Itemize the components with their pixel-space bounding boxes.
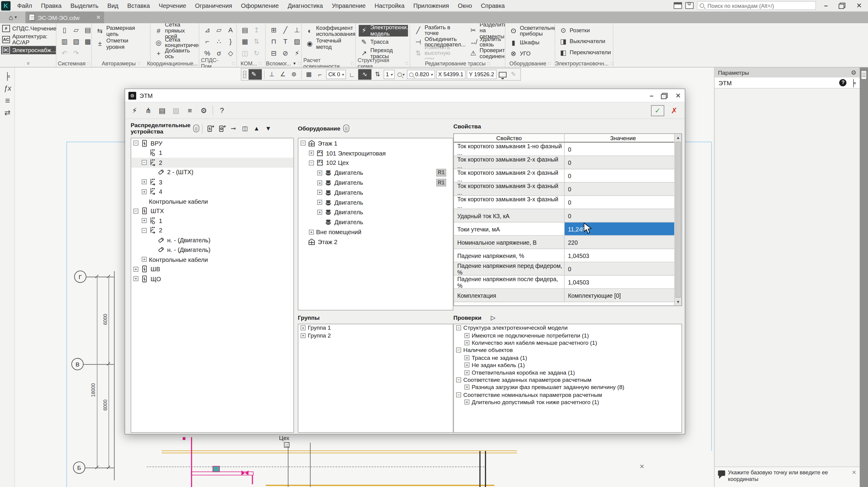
scrollbar-thumb[interactable] [675, 142, 681, 298]
add-cabinet-icon[interactable] [205, 124, 215, 132]
expand-icon[interactable]: + [317, 170, 322, 175]
scroll-down-icon[interactable]: ▼ [675, 298, 681, 306]
move-down-icon[interactable]: ▼ [264, 124, 273, 132]
expand-icon[interactable]: + [133, 267, 138, 272]
ribbon-button[interactable]: ⚡Электротехни... модель [359, 25, 408, 37]
home-tab-button[interactable]: ⌂ ▾ [0, 12, 25, 24]
tree-item[interactable]: +Контрольные кабели [131, 255, 293, 264]
tree-view-icon[interactable]: ╞ [851, 79, 856, 87]
ribbon-button[interactable]: #Сетка прямых осей [153, 25, 197, 37]
tree-item[interactable]: −2 [131, 158, 293, 167]
sort-filter-icon[interactable] [343, 124, 349, 132]
ribbon-button[interactable]: +Добавить ось [153, 48, 197, 59]
menu-item[interactable]: Черчение [154, 0, 190, 11]
collapse-icon[interactable]: − [309, 161, 314, 166]
menu-item[interactable]: Правка [36, 0, 66, 11]
tree-item[interactable]: Этаж 2 [299, 237, 453, 247]
ribbon-button[interactable]: ▮Шкафы [508, 37, 553, 48]
menu-item[interactable]: Настройка [370, 0, 409, 11]
draw-mode-button[interactable]: ✎▾ [249, 69, 262, 80]
ribbon-button[interactable]: ⇆Размерная цепь [95, 25, 148, 38]
gear-icon[interactable]: ⚙ [198, 105, 209, 115]
collapse-icon[interactable]: − [142, 160, 147, 165]
snap-point-icon[interactable]: ⊚ [289, 69, 299, 80]
menu-item[interactable]: Ограничения [190, 0, 237, 11]
expand-icon[interactable]: + [309, 229, 314, 235]
ribbon-button[interactable]: ⚠Проверить соединения [468, 48, 505, 59]
tree-item[interactable]: н. - (Двигатель) [131, 235, 293, 245]
table-icon[interactable]: ▦ [240, 36, 250, 47]
ribbon-button[interactable]: ╱Разбить в точке [413, 25, 467, 36]
command-search[interactable] [697, 1, 816, 10]
tree-item[interactable]: +ЩО [131, 274, 293, 283]
value-cell[interactable]: 11,249 [564, 222, 681, 235]
parameters-item[interactable]: ЭТМ ? ╞ [715, 78, 860, 89]
dialog-minimize-button[interactable] [645, 90, 658, 100]
menu-item[interactable]: Вид [103, 0, 123, 11]
ribbon-button[interactable]: ◧Переключатели [558, 47, 611, 58]
ok-button[interactable]: ✓ [651, 105, 664, 116]
tree-item[interactable]: +101 Электрощитовая [299, 148, 453, 158]
menu-item[interactable]: Файл [13, 0, 36, 11]
table-row[interactable]: Падение напряжения перед фидером, %0 [454, 262, 681, 275]
ortho-icon[interactable]: ∟ [347, 69, 357, 80]
expand-icon[interactable]: + [142, 218, 147, 223]
tree-item[interactable]: +Трасса не задана (1) [454, 354, 681, 361]
calculator-panel-icon[interactable] [861, 70, 867, 80]
expand-icon[interactable]: + [317, 200, 322, 205]
value-cell[interactable]: Комплектующие [0] [564, 289, 681, 302]
structure-tree-icon[interactable]: ╞ [0, 70, 15, 82]
value-cell[interactable]: 220 [564, 236, 681, 248]
axis-bubble[interactable]: В [71, 358, 84, 370]
help-icon[interactable]: ? [839, 79, 846, 87]
tree-item[interactable]: −Соответствие заданных параметров расчет… [454, 376, 681, 384]
snap-perpendicular-icon[interactable]: ⊥ [267, 69, 277, 80]
preview-icon[interactable]: ▧ [71, 36, 82, 47]
functions-icon[interactable]: ƒx [0, 83, 15, 95]
marker-icon[interactable]: ⊿ [202, 25, 213, 35]
menu-item[interactable]: Выделить [66, 0, 103, 11]
print-icon[interactable]: ▥ [59, 36, 70, 47]
expand-icon[interactable]: + [464, 400, 470, 405]
menu-item[interactable]: Справка [476, 0, 509, 11]
tree-item[interactable]: −ШТХ [131, 206, 293, 216]
layers-icon[interactable]: ≡ [0, 95, 15, 107]
tree-item[interactable]: +Длительно допустимый ток ниже расчетног… [454, 398, 681, 406]
hatch-icon[interactable]: ▨ [292, 36, 301, 47]
ribbon-button[interactable]: ◨Выключатели [558, 36, 611, 47]
collapse-icon[interactable]: − [133, 141, 138, 146]
menu-item[interactable]: Управление [327, 0, 370, 11]
coordinate-system-select[interactable]: СК 0▾ [326, 70, 346, 79]
monitor-icon[interactable] [497, 69, 507, 80]
tree-item[interactable]: −Структура электротехнической модели [454, 324, 681, 332]
collapse-icon[interactable]: − [456, 377, 461, 383]
expand-icon[interactable]: + [142, 257, 147, 262]
collapse-icon[interactable]: − [133, 209, 138, 214]
expand-icon[interactable]: + [142, 179, 147, 184]
help-button[interactable]: ? [217, 105, 227, 115]
tree-item[interactable]: +1 [131, 216, 293, 225]
tree-item[interactable]: +Имеются не подключенные потребители (1) [454, 332, 681, 339]
tree-item[interactable]: −ВРУ [131, 138, 293, 148]
structure-icon[interactable]: ⊟ [269, 48, 279, 58]
copy-device-icon[interactable]: ◫ [240, 124, 250, 132]
expand-icon[interactable]: + [317, 190, 322, 195]
tree-item[interactable]: +4 [131, 187, 293, 196]
brace-icon[interactable]: } [225, 36, 236, 47]
report-icon[interactable]: ▤ [157, 105, 167, 115]
tree-item[interactable]: −2 [131, 225, 293, 235]
gear-icon[interactable]: ⚙ [851, 69, 856, 76]
run-checks-button[interactable]: ▷ [491, 314, 496, 321]
area-icon[interactable]: ▱ [214, 25, 224, 35]
list-settings-icon[interactable]: ≡ [185, 105, 195, 115]
tree-item[interactable]: −Соответствие номинальных параметров рас… [454, 391, 681, 398]
flash-dim-icon[interactable]: ⚡ [292, 48, 301, 58]
tree-item[interactable]: 1 [131, 148, 293, 158]
points-icon[interactable]: ∴ [214, 36, 224, 47]
dialog-close-button[interactable] [672, 90, 685, 100]
table-row[interactable]: Ток короткого замыкания 3-х фазный ...0 [454, 196, 681, 209]
tree-item[interactable]: −102 Цех [299, 158, 453, 168]
axis-bubble[interactable]: Б [73, 462, 85, 474]
tree-item[interactable]: н. - (Двигатель) [131, 245, 293, 255]
ribbon-button[interactable]: ±Отметки уровня [95, 38, 148, 50]
